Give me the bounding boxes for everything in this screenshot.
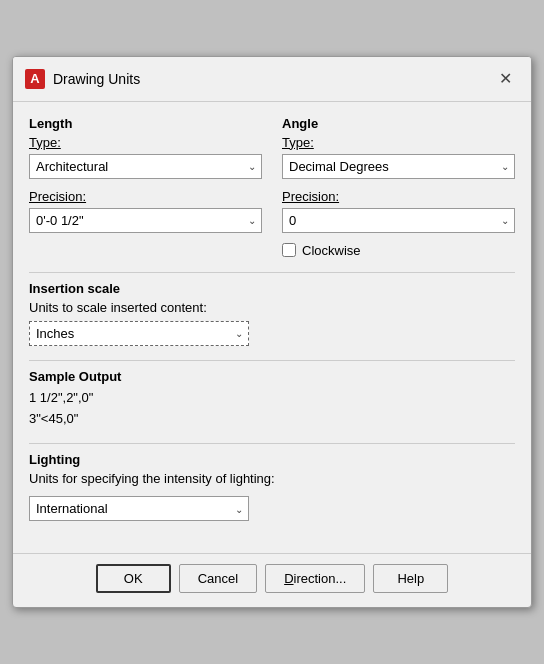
angle-type-label: Type:	[282, 135, 515, 150]
cancel-button[interactable]: Cancel	[179, 564, 257, 593]
angle-type-wrapper: Decimal Degrees Deg/Min/Sec Grads Radian…	[282, 154, 515, 179]
divider-1	[29, 272, 515, 273]
insertion-units-select[interactable]: Inches Feet Millimeters Centimeters Mete…	[29, 321, 249, 346]
sample-line-1: 1 1/2",2",0"	[29, 388, 515, 409]
sample-output-title: Sample Output	[29, 369, 515, 384]
close-button[interactable]: ✕	[491, 65, 519, 93]
cancel-label: Cancel	[198, 571, 238, 586]
angle-precision-select[interactable]: 0 0.0 0.00 0.000 0.0000	[282, 208, 515, 233]
clockwise-label: Clockwise	[302, 243, 361, 258]
length-section: Length Type: Architectural Decimal Engin…	[29, 116, 262, 258]
length-type-wrapper: Architectural Decimal Engineering Fracti…	[29, 154, 262, 179]
lighting-section-title: Lighting	[29, 452, 515, 467]
angle-precision-wrapper: 0 0.0 0.00 0.000 0.0000 ⌄	[282, 208, 515, 233]
divider-2	[29, 360, 515, 361]
lighting-section: Lighting Units for specifying the intens…	[29, 452, 515, 521]
help-button[interactable]: Help	[373, 564, 448, 593]
insertion-section-title: Insertion scale	[29, 281, 515, 296]
app-icon: A	[25, 69, 45, 89]
length-type-select[interactable]: Architectural Decimal Engineering Fracti…	[29, 154, 262, 179]
ok-button[interactable]: OK	[96, 564, 171, 593]
angle-section: Angle Type: Decimal Degrees Deg/Min/Sec …	[282, 116, 515, 258]
angle-section-title: Angle	[282, 116, 515, 131]
length-section-title: Length	[29, 116, 262, 131]
help-label: Help	[397, 571, 424, 586]
length-precision-label: Precision:	[29, 189, 262, 204]
insertion-units-label: Units to scale inserted content:	[29, 300, 515, 315]
title-bar: A Drawing Units ✕	[13, 57, 531, 102]
length-type-label: Type:	[29, 135, 262, 150]
angle-precision-label: Precision:	[282, 189, 515, 204]
title-bar-left: A Drawing Units	[25, 69, 140, 89]
insertion-section: Insertion scale Units to scale inserted …	[29, 281, 515, 346]
dialog-body: Length Type: Architectural Decimal Engin…	[13, 102, 531, 554]
clockwise-checkbox[interactable]	[282, 243, 296, 257]
lighting-units-select[interactable]: International American	[29, 496, 249, 521]
drawing-units-dialog: A Drawing Units ✕ Length Type: Architect…	[12, 56, 532, 609]
dialog-title: Drawing Units	[53, 71, 140, 87]
angle-type-select[interactable]: Decimal Degrees Deg/Min/Sec Grads Radian…	[282, 154, 515, 179]
insertion-units-wrapper: Inches Feet Millimeters Centimeters Mete…	[29, 321, 249, 346]
direction-label: Direction...	[284, 571, 346, 586]
sample-line-2: 3"<45,0"	[29, 409, 515, 430]
sample-output-text: 1 1/2",2",0" 3"<45,0"	[29, 388, 515, 430]
lighting-units-wrapper: International American ⌄	[29, 496, 249, 521]
ok-label: OK	[124, 571, 143, 586]
direction-button[interactable]: Direction...	[265, 564, 365, 593]
app-icon-label: A	[30, 71, 39, 86]
top-row: Length Type: Architectural Decimal Engin…	[29, 116, 515, 258]
lighting-units-label: Units for specifying the intensity of li…	[29, 471, 515, 486]
divider-3	[29, 443, 515, 444]
length-precision-select[interactable]: 0'-0" 0'-0 1/16" 0'-0 1/8" 0'-0 1/4" 0'-…	[29, 208, 262, 233]
sample-output-section: Sample Output 1 1/2",2",0" 3"<45,0"	[29, 369, 515, 430]
button-row: OK Cancel Direction... Help	[13, 553, 531, 607]
clockwise-row: Clockwise	[282, 243, 515, 258]
length-precision-wrapper: 0'-0" 0'-0 1/16" 0'-0 1/8" 0'-0 1/4" 0'-…	[29, 208, 262, 233]
